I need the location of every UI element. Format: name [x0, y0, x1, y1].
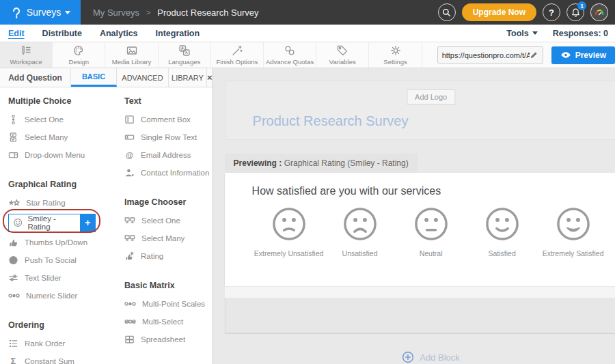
previewing-tab: Previewing : Graphical Rating (Smiley - … [225, 154, 418, 173]
survey-canvas: Add Logo Product Research Survey Preview… [213, 68, 615, 364]
help-button[interactable]: ? [543, 3, 560, 21]
multi-select-icon [124, 316, 136, 327]
spreadsheet-grid-icon [124, 334, 135, 345]
stars-icon [8, 198, 20, 208]
qtype-spreadsheet[interactable]: Spreadsheet [124, 331, 213, 348]
smiley-option-extremely-satisfied[interactable]: Extremely Satisfied [538, 206, 609, 257]
breadcrumb-my-surveys[interactable]: My Surveys [93, 8, 139, 18]
account-avatar[interactable] [590, 3, 608, 21]
qtype-select-many[interactable]: Select Many [8, 128, 116, 146]
tools-label: Tools [506, 29, 528, 38]
toolbar-finish-options[interactable]: Finish Options [211, 42, 264, 68]
tab-analytics[interactable]: Analytics [100, 29, 138, 38]
add-question-plus-button[interactable]: + [80, 214, 95, 232]
qtype-multi-select[interactable]: Multi-Select [124, 313, 213, 331]
qtype-numeric-slider[interactable]: Numeric Slider [8, 287, 116, 305]
tab-advanced[interactable]: ADVANCED [117, 68, 169, 87]
qtype-multi-point-scales[interactable]: Multi-Point Scales [124, 295, 213, 313]
smiley-label: Neutral [420, 249, 443, 257]
survey-title[interactable]: Product Research Survey [253, 113, 409, 129]
workspace-icon [20, 44, 32, 57]
survey-url-input[interactable] [442, 51, 530, 59]
tab-edit[interactable]: Edit [8, 29, 25, 38]
add-block-button[interactable]: Add Block [225, 351, 615, 363]
add-logo-button[interactable]: Add Logo [407, 89, 455, 104]
neutral-face-icon [413, 206, 449, 242]
slider-icon [8, 272, 18, 283]
top-bar: Surveys My Surveys > Product Research Su… [0, 0, 615, 25]
survey-url-field[interactable] [437, 46, 543, 64]
smiley-option-satisfied[interactable]: Satisfied [467, 206, 538, 257]
toolbar-settings[interactable]: Settings [369, 42, 422, 68]
section-text: Text [124, 96, 213, 106]
qtype-text-slider[interactable]: Text Slider [8, 269, 116, 287]
gauge-avatar-icon [592, 5, 606, 19]
search-button[interactable] [438, 3, 456, 21]
toolbar-variables[interactable]: Variables [316, 42, 369, 68]
smiley-option-extremely-unsatisfied[interactable]: Extremely Unsatisfied [254, 206, 325, 257]
question-mark-icon: ? [549, 8, 554, 18]
upgrade-now-button[interactable]: Upgrade Now [462, 3, 536, 21]
qtype-select-one[interactable]: Select One [8, 111, 116, 128]
qtype-rank-order[interactable]: Rank Order [8, 335, 116, 352]
qtype-image-select-many[interactable]: Select Many [124, 229, 213, 247]
panel-column-left: Multiple Choice Select One Select Many [8, 87, 116, 364]
qtype-push-to-social[interactable]: Push To Social [8, 251, 116, 269]
single-row-text-icon [124, 132, 135, 143]
qtype-email-address[interactable]: @ Email Address [124, 146, 213, 164]
question-text: How satisfied are you with our services [225, 173, 615, 197]
qtype-dropdown-menu[interactable]: Drop-down Menu [8, 146, 116, 164]
ordered-list-icon [8, 338, 18, 349]
toolbar-label: Languages [168, 58, 200, 66]
product-switcher[interactable]: Surveys [0, 0, 81, 25]
qtype-single-row-text[interactable]: Single Row Text [124, 128, 213, 146]
toolbar-design[interactable]: Design [53, 42, 105, 68]
notification-badge: 1 [577, 1, 586, 10]
breadcrumb: My Surveys > Product Research Survey [93, 8, 258, 18]
toolbar-advance-quotas[interactable]: Advance Quotas [264, 42, 316, 68]
qtype-contact-information[interactable]: Contact Information [124, 164, 213, 182]
toolbar-workspace[interactable]: Workspace [0, 42, 53, 68]
qtype-label: Smiley - Rating [27, 214, 75, 231]
preview-label: Preview [575, 51, 606, 60]
preview-button[interactable]: Preview [551, 46, 615, 64]
qtype-smiley-rating[interactable]: Smiley - Rating + [8, 214, 96, 232]
add-question-panel: Add Question BASIC ADVANCED LIBRARY × Mu… [0, 68, 213, 364]
qtype-image-select-one[interactable]: Select One [124, 212, 213, 229]
notifications-button[interactable]: 1 [566, 3, 584, 21]
smiley-option-unsatisfied[interactable]: Unsatisfied [325, 206, 396, 257]
tab-distribute[interactable]: Distribute [42, 29, 82, 38]
qtype-label: Select Many [25, 133, 68, 141]
tab-basic[interactable]: BASIC [71, 68, 117, 87]
qtype-image-rating[interactable]: Rating [124, 247, 213, 265]
panel-column-right: Text Comment Box Single Row Text @ [116, 87, 213, 364]
previewing-label: Previewing : [234, 158, 282, 168]
chain-links-icon [284, 44, 296, 57]
tab-library[interactable]: LIBRARY [169, 68, 207, 87]
pencil-icon[interactable] [530, 51, 538, 59]
smiley-option-neutral[interactable]: Neutral [396, 206, 467, 257]
section-image-chooser: Image Chooser [124, 197, 213, 207]
qtype-label: Thumbs Up/Down [25, 238, 87, 247]
section-multiple-choice: Multiple Choice [8, 96, 116, 106]
close-panel-button[interactable]: × [207, 68, 213, 87]
qtype-label: Contact Information [141, 169, 209, 177]
toolbar-media-library[interactable]: Media Library [105, 42, 158, 68]
qtype-thumbs-up-down[interactable]: Thumbs Up/Down [8, 234, 116, 251]
qtype-star-rating[interactable]: Star Rating [8, 194, 116, 212]
qtype-label: Rating [141, 252, 163, 260]
svg-text:Σ: Σ [11, 356, 16, 364]
tools-menu[interactable]: Tools [506, 29, 537, 38]
panel-tab-strip: Add Question BASIC ADVANCED LIBRARY × [0, 68, 213, 87]
qtype-label: Constant Sum [25, 357, 74, 364]
survey-header-block: Add Logo Product Research Survey [225, 81, 615, 140]
tab-integration[interactable]: Integration [156, 29, 200, 38]
toolbar-label: Workspace [10, 58, 42, 66]
card-footer-strip [225, 286, 615, 298]
responses-count[interactable]: Responses: 0 [553, 29, 608, 38]
magic-wand-icon [231, 44, 243, 57]
qtype-constant-sum[interactable]: Σ Constant Sum [8, 352, 116, 364]
toolbar-label: Advance Quotas [266, 58, 314, 66]
qtype-comment-box[interactable]: Comment Box [124, 111, 213, 128]
toolbar-languages[interactable]: A Languages [159, 42, 211, 68]
